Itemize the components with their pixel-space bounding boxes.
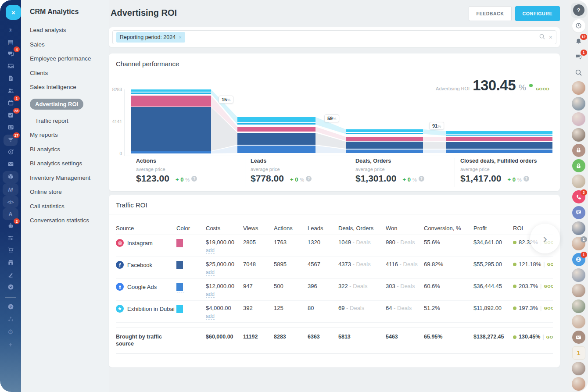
close-icon[interactable]: × bbox=[6, 5, 21, 20]
search-icon[interactable] bbox=[539, 33, 545, 42]
rail-item-sitemap[interactable] bbox=[3, 314, 18, 326]
sidebar-item-call-statistics[interactable]: Call statistics bbox=[30, 203, 109, 210]
right-rail-avatar[interactable] bbox=[571, 283, 587, 298]
right-rail-help[interactable]: ? bbox=[571, 3, 587, 18]
table-totals-row: Brought by traffic source$60,000.0011192… bbox=[116, 328, 553, 354]
rail-item-mail[interactable] bbox=[3, 159, 18, 171]
rail-item-chat[interactable]: 4 bbox=[3, 48, 18, 61]
right-rail-avatar[interactable] bbox=[571, 127, 587, 143]
stage-metric: Leadsaverage price$778.00+ 0%? bbox=[245, 158, 350, 187]
right-rail-avatar[interactable] bbox=[571, 314, 587, 329]
sidebar-item-sales-intelligence[interactable]: Sales Intelligence bbox=[30, 84, 109, 90]
rail-item-m-logo[interactable]: M bbox=[3, 183, 18, 196]
delta-value: + 0 bbox=[290, 176, 298, 183]
right-rail-card[interactable] bbox=[571, 330, 587, 345]
right-rail-avatar[interactable] bbox=[571, 361, 587, 376]
carousel-next-button[interactable]: › bbox=[530, 224, 560, 253]
right-rail-lock[interactable] bbox=[571, 158, 587, 174]
right-rail-avatar[interactable] bbox=[571, 81, 587, 96]
sidebar-item-traffic-report[interactable]: Traffic report bbox=[30, 118, 109, 124]
chip-close-icon[interactable]: × bbox=[179, 35, 181, 40]
rail-item-store[interactable] bbox=[3, 257, 18, 269]
rail-item-chevron-down[interactable] bbox=[3, 282, 18, 294]
rail-item-inbox[interactable] bbox=[3, 61, 18, 73]
rail-item-document[interactable] bbox=[3, 73, 18, 85]
sidebar-item-clients[interactable]: Clients bbox=[30, 70, 109, 76]
sidebar-item-lead-analysis[interactable]: Lead analysis bbox=[30, 27, 109, 33]
sidebar-item-online-store[interactable]: Online store bbox=[30, 189, 109, 195]
color-swatch[interactable] bbox=[176, 239, 183, 247]
filter-input[interactable]: Reporting period: 2024 × × bbox=[112, 30, 556, 44]
totals-leads: 6363 bbox=[308, 334, 338, 341]
rail-item-robot[interactable]: 2 bbox=[3, 220, 18, 232]
right-rail-globe[interactable]: 1 bbox=[571, 252, 587, 267]
info-icon[interactable]: ? bbox=[523, 176, 529, 182]
avatar bbox=[572, 284, 585, 297]
info-icon[interactable]: ? bbox=[419, 176, 424, 182]
sidebar-item-conversation-statistics[interactable]: Conversation statistics bbox=[30, 217, 109, 224]
rail-item-cart[interactable] bbox=[3, 245, 18, 257]
rail-item-box[interactable] bbox=[3, 171, 18, 183]
sidebar-item-employee-performance[interactable]: Employee performance bbox=[30, 56, 109, 62]
rail-item-help[interactable]: ? bbox=[3, 301, 18, 314]
right-rail-avatar[interactable] bbox=[571, 96, 587, 111]
sidebar-item-sales[interactable]: Sales bbox=[30, 42, 109, 48]
filter-chip[interactable]: Reporting period: 2024 × bbox=[116, 32, 185, 43]
stage-price-row: $123.00+ 0%? bbox=[136, 173, 240, 184]
add-link[interactable]: add bbox=[206, 313, 215, 320]
notification-badge: 12 bbox=[580, 34, 587, 40]
sidebar-item-inventory-management[interactable]: Inventory Management bbox=[30, 175, 109, 181]
configure-button[interactable]: CONFIGURE bbox=[515, 6, 560, 21]
right-rail-avatar[interactable] bbox=[571, 174, 587, 189]
right-rail-history[interactable] bbox=[571, 18, 587, 34]
chat-icon bbox=[7, 50, 14, 58]
rail-item-funnel[interactable]: 17 bbox=[3, 134, 18, 146]
sidebar-item-my-reports[interactable]: My reports bbox=[30, 132, 109, 138]
add-link[interactable]: add bbox=[206, 291, 215, 298]
rail-item-loader[interactable]: ✳ bbox=[3, 24, 18, 36]
rail-item-sign[interactable] bbox=[3, 269, 18, 282]
rail-item-gear[interactable]: ⚙ bbox=[3, 326, 18, 338]
add-link[interactable]: add bbox=[206, 247, 215, 254]
right-rail-chat[interactable] bbox=[571, 205, 587, 221]
sitemap-icon bbox=[7, 316, 14, 324]
rail-item-tasks[interactable]: 28 bbox=[3, 110, 18, 122]
column-header: Deals, Orders bbox=[338, 225, 386, 232]
clear-filter-icon[interactable]: × bbox=[549, 34, 552, 41]
right-rail-messenger[interactable]: 1 bbox=[571, 50, 587, 65]
right-rail-lock[interactable] bbox=[571, 143, 587, 158]
document-icon bbox=[7, 75, 14, 83]
right-rail-avatar[interactable] bbox=[571, 267, 587, 283]
tasks-icon bbox=[7, 112, 14, 120]
avatar bbox=[572, 377, 585, 391]
right-rail-avatar[interactable] bbox=[571, 221, 587, 236]
add-link[interactable]: add bbox=[206, 269, 215, 276]
rail-item-plus[interactable]: + bbox=[3, 338, 18, 350]
color-swatch[interactable] bbox=[176, 261, 183, 269]
main-content: Advertising ROI FEEDBACK CONFIGURE Repor… bbox=[109, 0, 569, 392]
rail-item-code[interactable]: </> bbox=[3, 196, 18, 208]
average-price-value: $123.00 bbox=[136, 173, 169, 184]
info-icon[interactable]: ? bbox=[306, 176, 312, 182]
right-rail-avatar[interactable] bbox=[571, 112, 587, 127]
right-rail-sticker[interactable]: 1 bbox=[571, 345, 587, 360]
robot-icon bbox=[7, 222, 14, 230]
sidebar-item-advertising-roi[interactable]: Advertising ROI bbox=[30, 99, 109, 110]
right-rail-avatar[interactable]: 1 bbox=[571, 236, 587, 252]
sidebar-item-bi-analytics[interactable]: BI analytics bbox=[30, 146, 109, 153]
rail-item-sliders[interactable] bbox=[3, 232, 18, 245]
color-swatch[interactable] bbox=[176, 305, 183, 313]
color-swatch[interactable] bbox=[176, 283, 183, 291]
sidebar-item-bi-analytics-settings[interactable]: BI analytics settings bbox=[30, 160, 109, 167]
right-rail-search[interactable] bbox=[571, 65, 587, 80]
right-rail-phone[interactable]: 3 bbox=[571, 189, 587, 205]
table-row: Facebook$25,000.00add7048589545674373 - … bbox=[116, 257, 553, 279]
roi-status-badge: GOOD bbox=[544, 306, 553, 310]
right-rail-avatar[interactable] bbox=[571, 376, 587, 392]
right-rail-notifications[interactable]: 12 bbox=[571, 34, 587, 49]
box-icon bbox=[7, 173, 14, 181]
right-rail-avatar[interactable] bbox=[571, 299, 587, 314]
rail-item-target[interactable] bbox=[3, 146, 18, 159]
feedback-button[interactable]: FEEDBACK bbox=[469, 6, 511, 21]
info-icon[interactable]: ? bbox=[191, 176, 197, 182]
